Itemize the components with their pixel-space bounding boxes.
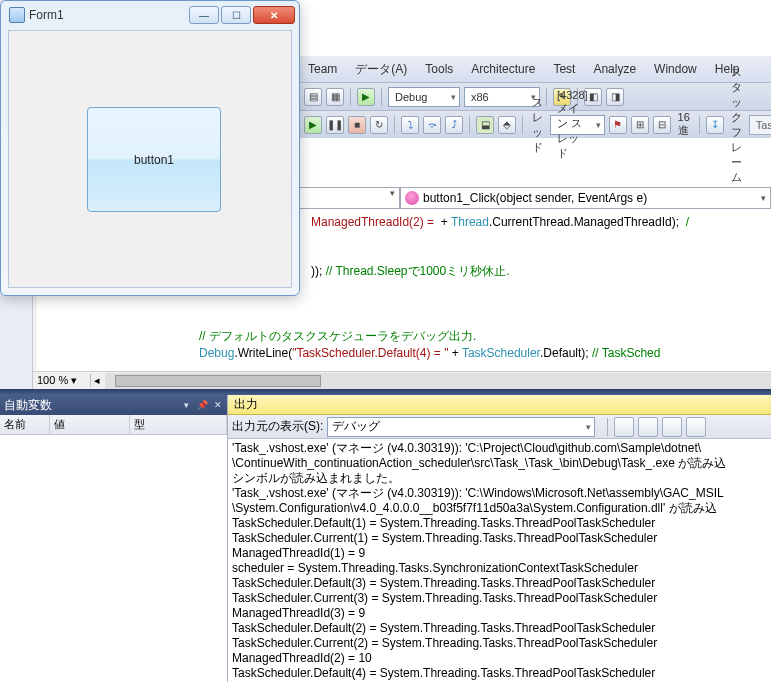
- window-title: Form1: [29, 8, 187, 22]
- toolbar-debug: ▶ ❚❚ ■ ↻ ⤵ ⤼ ⤴ ⬓ ⬘ スレッド [4328] メイン スレッド …: [300, 110, 771, 138]
- scroll-left-icon[interactable]: ◂: [91, 374, 103, 387]
- output-icon[interactable]: [638, 417, 658, 437]
- col-name[interactable]: 名前: [0, 415, 50, 434]
- output-source-label: 出力元の表示(S):: [232, 418, 323, 435]
- step-over-icon[interactable]: ⤼: [423, 116, 441, 134]
- autos-headers: 名前 値 型: [0, 415, 227, 435]
- menu-item[interactable]: Window: [652, 60, 699, 78]
- button1[interactable]: button1: [87, 107, 221, 212]
- play-icon[interactable]: ▶: [304, 116, 322, 134]
- toolbar-icon[interactable]: ◨: [606, 88, 624, 106]
- form-window[interactable]: Form1 — ☐ ✕ button1: [0, 0, 300, 296]
- separator: [522, 116, 523, 134]
- menu-item[interactable]: Test: [551, 60, 577, 78]
- toolbar-icon[interactable]: ▦: [326, 88, 344, 106]
- stackframe-box[interactable]: Task_.exe: [749, 115, 771, 135]
- maximize-icon[interactable]: ☐: [221, 6, 251, 24]
- output-title: 出力: [228, 395, 771, 415]
- col-type[interactable]: 型: [130, 415, 227, 434]
- separator: [394, 116, 395, 134]
- toolbar-icon[interactable]: ⊞: [631, 116, 649, 134]
- minimize-icon[interactable]: —: [189, 6, 219, 24]
- dropdown-icon[interactable]: ▾: [179, 398, 193, 412]
- clear-icon[interactable]: [662, 417, 682, 437]
- method-icon: [405, 191, 419, 205]
- separator: [546, 88, 547, 106]
- menu-item[interactable]: Tools: [423, 60, 455, 78]
- step-icon[interactable]: ⤵: [401, 116, 419, 134]
- toolbar-icon[interactable]: ⊟: [653, 116, 671, 134]
- thread-combo[interactable]: [4328] メイン スレッド: [550, 115, 605, 135]
- separator: [350, 88, 351, 106]
- separator: [381, 88, 382, 106]
- restart-icon[interactable]: ↻: [370, 116, 388, 134]
- toolbar-icon[interactable]: ⬘: [498, 116, 516, 134]
- menu-item[interactable]: Architecture: [469, 60, 537, 78]
- menu-bar[interactable]: Team データ(A) Tools Architecture Test Anal…: [300, 56, 771, 82]
- window-icon: [9, 7, 25, 23]
- menu-item[interactable]: データ(A): [353, 59, 409, 80]
- thread-label: スレッド: [529, 95, 546, 155]
- output-text[interactable]: 'Task_.vshost.exe' (マネージ (v4.0.30319)): …: [228, 439, 771, 682]
- output-icon[interactable]: [614, 417, 634, 437]
- stackframe-label: スタック フレーム: [728, 65, 745, 185]
- menu-item[interactable]: Team: [306, 60, 339, 78]
- stackframe-icon[interactable]: ↧: [706, 116, 724, 134]
- stop-icon[interactable]: ■: [348, 116, 366, 134]
- close-icon[interactable]: ✕: [211, 398, 225, 412]
- zoom-bar: 100 % ▾ ◂: [33, 371, 771, 389]
- form-client-area: button1: [8, 30, 292, 288]
- member-text: button1_Click(object sender, EventArgs e…: [423, 191, 647, 205]
- output-source-combo[interactable]: デバッグ: [327, 417, 595, 437]
- separator: [699, 116, 700, 134]
- autos-panel: 自動変数 ▾ 📌 ✕ 名前 値 型: [0, 395, 228, 682]
- h-scrollbar[interactable]: [105, 373, 771, 389]
- toolbar-icon[interactable]: ⬓: [476, 116, 494, 134]
- config-combo[interactable]: Debug: [388, 87, 460, 107]
- flag-icon[interactable]: ⚑: [609, 116, 627, 134]
- member-combo[interactable]: button1_Click(object sender, EventArgs e…: [400, 187, 771, 209]
- separator: [607, 418, 608, 436]
- menu-item[interactable]: Analyze: [591, 60, 638, 78]
- pause-icon[interactable]: ❚❚: [326, 116, 344, 134]
- pin-icon[interactable]: 📌: [195, 398, 209, 412]
- zoom-combo[interactable]: 100 % ▾: [33, 374, 91, 387]
- toggle-wrap-icon[interactable]: [686, 417, 706, 437]
- window-titlebar[interactable]: Form1 — ☐ ✕: [1, 1, 299, 29]
- output-toolbar: 出力元の表示(S): デバッグ: [228, 415, 771, 439]
- output-panel: 出力 出力元の表示(S): デバッグ 'Task_.vshost.exe' (マ…: [228, 395, 771, 682]
- step-out-icon[interactable]: ⤴: [445, 116, 463, 134]
- autos-title: 自動変数 ▾ 📌 ✕: [0, 395, 227, 415]
- hex-label[interactable]: 16 進: [675, 111, 693, 138]
- separator: [469, 116, 470, 134]
- col-value[interactable]: 値: [50, 415, 130, 434]
- close-icon[interactable]: ✕: [253, 6, 295, 24]
- toolbar-icon[interactable]: ▤: [304, 88, 322, 106]
- start-debug-icon[interactable]: ▶: [357, 88, 375, 106]
